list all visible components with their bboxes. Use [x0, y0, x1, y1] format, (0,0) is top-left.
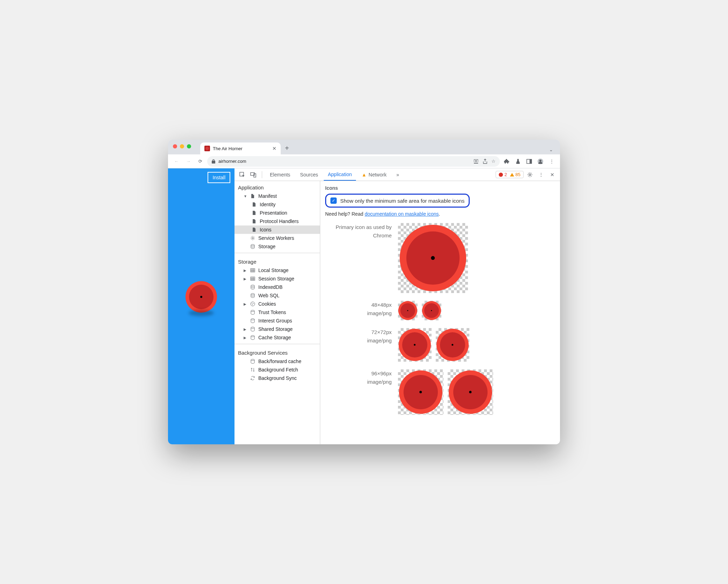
svg-rect-10 — [251, 269, 255, 272]
caret-right-icon: ▶ — [244, 269, 247, 272]
device-mode-icon[interactable] — [248, 170, 258, 180]
table-icon — [250, 267, 255, 273]
bookmark-icon[interactable]: ☆ — [491, 159, 496, 164]
forward-button[interactable]: → — [183, 157, 193, 166]
caret-right-icon: ▶ — [244, 336, 247, 340]
warning-icon — [510, 173, 514, 176]
application-sidebar: Application ▼ Manifest Identity Presenta… — [234, 181, 320, 444]
inspect-element-icon[interactable] — [237, 170, 247, 180]
tab-list-button[interactable]: ⌄ — [546, 147, 556, 154]
address-bar[interactable]: airhorner.com ☆ — [207, 156, 500, 167]
sidebar-item-manifest[interactable]: ▼ Manifest — [234, 192, 320, 200]
tab-more[interactable]: » — [392, 168, 403, 181]
icons-panel: Icons ✓ Show only the minimum safe area … — [320, 181, 560, 444]
checkbox-checked-icon[interactable]: ✓ — [330, 197, 337, 204]
sidebar-item-cache-storage[interactable]: ▶ Cache Storage — [234, 333, 320, 342]
sidebar-item-local-storage[interactable]: ▶ Local Storage — [234, 266, 320, 274]
close-window-icon[interactable] — [173, 144, 177, 148]
air-horn[interactable] — [186, 281, 217, 313]
help-link[interactable]: documentation on maskable icons — [365, 211, 439, 217]
icon-preview — [422, 301, 441, 320]
tab-network[interactable]: ▲ Network — [357, 168, 391, 181]
warning-icon: ▲ — [362, 172, 366, 178]
gear-icon — [250, 235, 255, 241]
database-icon — [250, 326, 255, 332]
sync-icon — [250, 375, 255, 381]
devtools-settings-icon[interactable] — [525, 170, 535, 180]
sidebar-item-storage[interactable]: Storage — [234, 242, 320, 251]
sidebar-item-icons[interactable]: Icons — [234, 225, 320, 234]
database-icon — [250, 284, 255, 290]
side-panel-icon[interactable] — [524, 157, 534, 166]
svg-point-12 — [251, 285, 254, 286]
svg-point-8 — [252, 237, 253, 239]
cookie-icon — [250, 301, 255, 307]
sidebar-item-session-storage[interactable]: ▶ Session Storage — [234, 274, 320, 283]
sidebar-item-cookies[interactable]: ▶ Cookies — [234, 300, 320, 308]
database-icon — [250, 318, 255, 324]
icon-preview — [448, 369, 493, 415]
tab-close-icon[interactable]: ✕ — [272, 146, 276, 151]
caret-right-icon: ▶ — [244, 302, 247, 306]
browser-tab[interactable]: The Air Horner ✕ — [200, 142, 281, 154]
svg-point-7 — [529, 174, 531, 175]
svg-point-15 — [252, 303, 252, 304]
install-button[interactable]: Install — [208, 172, 230, 183]
sidebar-item-service-workers[interactable]: Service Workers — [234, 234, 320, 242]
icon-preview — [398, 223, 468, 293]
reload-button[interactable]: ⟳ — [195, 157, 205, 166]
maskable-checkbox-row[interactable]: ✓ Show only the minimum safe area for ma… — [325, 194, 470, 208]
labs-icon[interactable] — [513, 157, 523, 166]
panel-heading: Icons — [325, 185, 555, 191]
file-icon — [251, 227, 257, 232]
issues-badge[interactable]: 2 85 — [496, 171, 524, 178]
profile-icon[interactable] — [536, 157, 545, 166]
devtools: Elements Sources Application ▲ Network »… — [234, 168, 560, 444]
tab-elements[interactable]: Elements — [266, 168, 294, 181]
sidebar-item-identity[interactable]: Identity — [234, 200, 320, 209]
omnibox-actions: ☆ — [473, 159, 496, 164]
new-tab-button[interactable]: + — [281, 144, 293, 154]
sidebar-item-background-sync[interactable]: Background Sync — [234, 374, 320, 382]
caret-right-icon: ▶ — [244, 327, 247, 331]
error-icon — [499, 173, 503, 177]
caret-down-icon: ▼ — [244, 194, 247, 198]
sidebar-item-websql[interactable]: Web SQL — [234, 291, 320, 300]
traffic-lights — [173, 144, 191, 148]
icon-preview — [398, 369, 443, 415]
sidebar-item-trust-tokens[interactable]: Trust Tokens — [234, 308, 320, 317]
table-icon — [250, 276, 255, 281]
tab-sources[interactable]: Sources — [296, 168, 322, 181]
help-text: Need help? Read documentation on maskabl… — [325, 211, 555, 217]
devtools-tabs: Elements Sources Application ▲ Network »… — [234, 168, 560, 181]
tab-application[interactable]: Application — [324, 168, 356, 181]
icon-preview — [398, 328, 432, 362]
sidebar-item-interest-groups[interactable]: Interest Groups — [234, 317, 320, 325]
database-icon — [250, 244, 255, 249]
sidebar-item-indexeddb[interactable]: IndexedDB — [234, 283, 320, 291]
page-content: Install — [168, 168, 234, 444]
sidebar-item-background-fetch[interactable]: Background Fetch — [234, 366, 320, 374]
tab-title: The Air Horner — [213, 146, 270, 151]
icon-preview — [398, 301, 418, 320]
extensions-icon[interactable] — [502, 157, 512, 166]
install-pwa-icon[interactable] — [473, 159, 479, 164]
minimize-window-icon[interactable] — [180, 144, 184, 148]
sidebar-item-shared-storage[interactable]: ▶ Shared Storage — [234, 325, 320, 333]
sidebar-item-presentation[interactable]: Presentation — [234, 209, 320, 217]
devtools-close-icon[interactable]: ✕ — [547, 170, 557, 180]
svg-point-3 — [539, 160, 541, 162]
sidebar-item-bfcache[interactable]: Back/forward cache — [234, 357, 320, 366]
back-button[interactable]: ← — [172, 157, 181, 166]
svg-point-22 — [251, 359, 254, 361]
file-icon — [251, 210, 257, 216]
file-icon — [251, 202, 257, 207]
menu-icon[interactable]: ⋮ — [547, 157, 556, 166]
svg-point-20 — [251, 327, 254, 328]
devtools-menu-icon[interactable]: ⋮ — [536, 170, 546, 180]
database-icon — [250, 359, 255, 364]
icon-row: 72×72pximage/png — [325, 328, 555, 362]
maximize-window-icon[interactable] — [187, 144, 191, 148]
sidebar-item-protocol-handlers[interactable]: Protocol Handlers — [234, 217, 320, 225]
share-icon[interactable] — [482, 159, 488, 164]
